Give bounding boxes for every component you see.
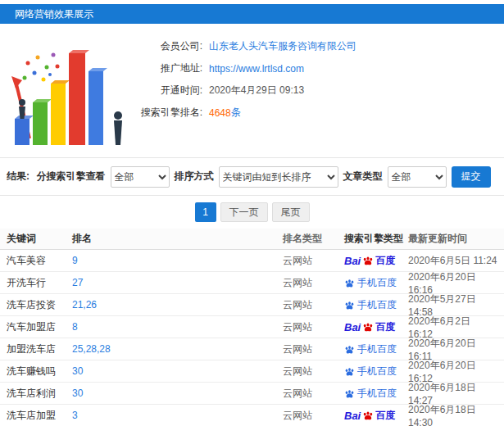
mobile-baidu-text: 手机百度: [357, 387, 397, 401]
bar-chart-illustration: [3, 30, 133, 152]
table-row: 开洗车行 27 云网站 手机百度 2020年6月20日 16:16: [0, 272, 504, 294]
table-row: 洗车店投资 21,26 云网站 手机百度 2020年5月27日 14:58: [0, 294, 504, 316]
header-keyword: 关键词: [7, 232, 72, 246]
rank-type-cell: 云网站: [283, 387, 344, 401]
header-bar: 网络营销效果展示: [0, 4, 504, 24]
article-type-select[interactable]: 全部: [388, 166, 447, 188]
baidu-paw-icon: [344, 366, 355, 377]
search-engine-cell: 手机百度: [344, 387, 408, 401]
baidu-cn-text: 百度: [375, 320, 395, 334]
submit-button[interactable]: 提交: [452, 166, 491, 188]
result-label: 结果:: [7, 170, 30, 184]
rank-type-cell: 云网站: [283, 276, 344, 290]
mobile-baidu-text: 手机百度: [357, 276, 397, 290]
rank-link[interactable]: 27: [72, 277, 83, 288]
open-time-value: 2020年4月29日 09:13: [209, 84, 304, 97]
member-info: 会员公司: 山东老人头汽车服务咨询有限公司 推广地址: https://www.…: [135, 24, 504, 157]
summary-section: 会员公司: 山东老人头汽车服务咨询有限公司 推广地址: https://www.…: [0, 24, 504, 158]
baidu-paw-icon: [344, 344, 355, 355]
baidu-paw-icon: [362, 321, 374, 333]
baidu-paw-icon: [362, 255, 374, 266]
search-engine-cell: Bai百度: [344, 409, 408, 423]
baidu-paw-icon: [344, 278, 355, 288]
update-time-cell: 2020年6月18日 14:30: [408, 403, 497, 426]
rank-type-cell: 云网站: [283, 365, 344, 378]
engine-filter-label: 分搜索引擎查看: [37, 170, 106, 184]
rank-link[interactable]: 30: [72, 365, 83, 377]
engine-rank-label: 搜索引擎排名:: [135, 106, 202, 120]
chart-illustration-box: [0, 24, 135, 157]
keyword-cell: 洗车店加盟: [7, 409, 72, 423]
baidu-cn-text: 百度: [375, 254, 395, 268]
rank-link[interactable]: 25,28,28: [72, 343, 111, 355]
rank-link[interactable]: 21,26: [72, 299, 97, 310]
header-update-time: 最新更新时间: [408, 232, 497, 246]
search-engine-cell: Bai百度: [344, 320, 408, 334]
engine-rank-unit: 条: [231, 106, 241, 120]
search-engine-cell: 手机百度: [344, 276, 408, 290]
table-row: 洗车店利润 30 云网站 手机百度 2020年6月18日 14:27: [0, 383, 504, 405]
mobile-baidu-text: 手机百度: [357, 298, 397, 312]
open-time-label: 开通时间:: [135, 84, 202, 97]
rank-type-cell: 云网站: [283, 254, 344, 268]
search-engine-cell: Bai百度: [344, 254, 408, 268]
baidu-cn-text: 百度: [375, 409, 395, 423]
engine-rank-count: 4648: [209, 107, 231, 119]
keyword-cell: 洗车赚钱吗: [7, 365, 72, 378]
keyword-cell: 汽车加盟店: [7, 320, 72, 334]
info-row-rank-count: 搜索引擎排名: 4648 条: [135, 102, 504, 124]
rank-table: 关键词 排名 排名类型 搜索引擎类型 最新更新时间 汽车美容 9 云网站 Bai…: [0, 229, 504, 426]
keyword-cell: 汽车美容: [7, 254, 72, 268]
keyword-cell: 洗车店投资: [7, 298, 72, 312]
rank-type-cell: 云网站: [283, 409, 344, 423]
rank-link[interactable]: 3: [72, 410, 78, 421]
sort-mode-select[interactable]: 关键词由短到长排序: [219, 166, 338, 188]
table-body: 汽车美容 9 云网站 Bai百度 2020年6月5日 11:24 开洗车行 27…: [0, 250, 504, 426]
next-page-button[interactable]: 下一页: [220, 202, 268, 222]
baidu-paw-icon: [362, 410, 374, 421]
page-title: 网络营销效果展示: [15, 7, 93, 21]
baidu-wordmark: Bai: [344, 410, 361, 422]
keyword-cell: 开洗车行: [7, 276, 72, 290]
pagination: 1 下一页 尾页: [0, 196, 504, 229]
search-engine-cell: 手机百度: [344, 298, 408, 312]
info-row-url: 推广地址: https://www.lrtlsd.com: [135, 57, 504, 79]
baidu-paw-icon: [344, 300, 355, 310]
engine-filter-select[interactable]: 全部: [111, 166, 170, 188]
table-row: 加盟洗车店 25,28,28 云网站 手机百度 2020年6月20日 16:11: [0, 338, 504, 360]
page: 网络营销效果展示: [0, 0, 504, 426]
mobile-baidu-text: 手机百度: [357, 365, 397, 378]
baidu-wordmark: Bai: [344, 321, 361, 333]
filter-bar: 结果: 分搜索引擎查看 全部 排序方式 关键词由短到长排序 文章类型 全部 提交: [0, 158, 504, 196]
baidu-wordmark: Bai: [344, 255, 361, 267]
info-row-open-time: 开通时间: 2020年4月29日 09:13: [135, 79, 504, 102]
promo-url-link[interactable]: https://www.lrtlsd.com: [209, 63, 304, 75]
article-type-label: 文章类型: [343, 170, 383, 184]
keyword-cell: 洗车店利润: [7, 387, 72, 401]
baidu-paw-icon: [344, 388, 355, 399]
table-row: 洗车赚钱吗 30 云网站 手机百度 2020年6月20日 16:12: [0, 360, 504, 383]
info-row-company: 会员公司: 山东老人头汽车服务咨询有限公司: [135, 35, 504, 57]
company-link[interactable]: 山东老人头汽车服务咨询有限公司: [209, 39, 356, 53]
header-rank: 排名: [72, 232, 283, 246]
header-rank-type: 排名类型: [283, 232, 344, 246]
rank-type-cell: 云网站: [283, 298, 344, 312]
page-number-current[interactable]: 1: [195, 202, 216, 222]
table-row: 汽车美容 9 云网站 Bai百度 2020年6月5日 11:24: [0, 250, 504, 272]
last-page-button[interactable]: 尾页: [272, 202, 310, 222]
company-label: 会员公司:: [135, 39, 202, 53]
keyword-cell: 加盟洗车店: [7, 342, 72, 356]
update-time-cell: 2020年6月5日 11:24: [408, 254, 497, 268]
rank-link[interactable]: 30: [72, 387, 83, 399]
promo-url-label: 推广地址:: [135, 61, 202, 75]
table-header-row: 关键词 排名 排名类型 搜索引擎类型 最新更新时间: [0, 229, 504, 250]
header-engine-type: 搜索引擎类型: [344, 232, 408, 246]
search-engine-cell: 手机百度: [344, 342, 408, 356]
sort-mode-label: 排序方式: [175, 170, 214, 184]
rank-link[interactable]: 8: [72, 321, 78, 333]
filter-controls: 分搜索引擎查看 全部 排序方式 关键词由短到长排序 文章类型 全部 提交: [30, 166, 497, 188]
mobile-baidu-text: 手机百度: [357, 342, 397, 356]
table-row: 洗车店加盟 3 云网站 Bai百度 2020年6月18日 14:30: [0, 405, 504, 426]
rank-type-cell: 云网站: [283, 342, 344, 356]
rank-link[interactable]: 9: [72, 255, 78, 266]
